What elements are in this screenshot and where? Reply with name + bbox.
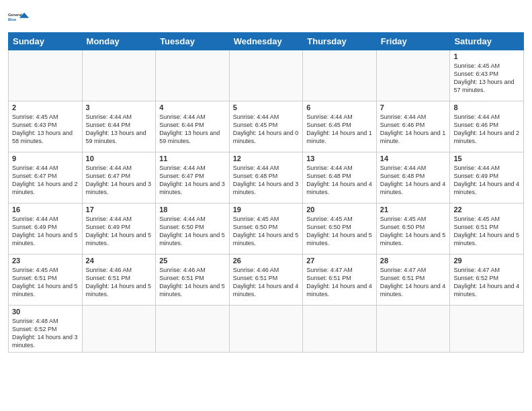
- cell-info: Sunrise: 4:44 AM Sunset: 6:44 PM Dayligh…: [159, 113, 226, 146]
- date-number: 20: [306, 205, 373, 214]
- calendar-cell: 3Sunrise: 4:44 AM Sunset: 6:44 PM Daylig…: [82, 101, 156, 152]
- cell-info: Sunrise: 4:44 AM Sunset: 6:47 PM Dayligh…: [12, 164, 79, 197]
- calendar-cell: 18Sunrise: 4:44 AM Sunset: 6:50 PM Dayli…: [156, 203, 230, 255]
- calendar-cell: 6Sunrise: 4:44 AM Sunset: 6:45 PM Daylig…: [303, 101, 377, 152]
- date-number: 5: [233, 103, 300, 111]
- cell-info: Sunrise: 4:45 AM Sunset: 6:43 PM Dayligh…: [453, 62, 520, 95]
- logo-icon: GeneralBlue: [8, 7, 30, 28]
- calendar-cell: 9Sunrise: 4:44 AM Sunset: 6:47 PM Daylig…: [9, 152, 83, 203]
- svg-text:General: General: [8, 13, 22, 17]
- header-row: SundayMondayTuesdayWednesdayThursdayFrid…: [9, 33, 524, 50]
- calendar-cell: 24Sunrise: 4:46 AM Sunset: 6:51 PM Dayli…: [82, 255, 156, 306]
- date-number: 14: [380, 154, 447, 163]
- calendar-cell: 19Sunrise: 4:45 AM Sunset: 6:50 PM Dayli…: [229, 203, 303, 255]
- date-number: 7: [380, 103, 447, 111]
- cell-info: Sunrise: 4:45 AM Sunset: 6:50 PM Dayligh…: [380, 215, 447, 248]
- svg-text:Blue: Blue: [8, 17, 16, 21]
- cell-info: Sunrise: 4:44 AM Sunset: 6:44 PM Dayligh…: [86, 113, 152, 146]
- date-number: 24: [86, 257, 152, 265]
- logo: GeneralBlue: [8, 7, 30, 28]
- calendar-cell: 15Sunrise: 4:44 AM Sunset: 6:49 PM Dayli…: [450, 152, 524, 203]
- date-number: 13: [306, 154, 373, 163]
- calendar-cell: 22Sunrise: 4:45 AM Sunset: 6:51 PM Dayli…: [450, 203, 524, 255]
- cell-info: Sunrise: 4:44 AM Sunset: 6:48 PM Dayligh…: [380, 164, 447, 197]
- date-number: 29: [453, 257, 520, 265]
- cell-info: Sunrise: 4:45 AM Sunset: 6:43 PM Dayligh…: [12, 113, 79, 146]
- calendar-cell: 28Sunrise: 4:47 AM Sunset: 6:51 PM Dayli…: [376, 255, 450, 306]
- cell-info: Sunrise: 4:44 AM Sunset: 6:49 PM Dayligh…: [86, 215, 152, 248]
- day-header-monday: Monday: [82, 33, 156, 50]
- calendar-cell: 4Sunrise: 4:44 AM Sunset: 6:44 PM Daylig…: [156, 101, 230, 152]
- calendar-cell: [450, 306, 524, 353]
- date-number: 12: [233, 154, 300, 163]
- date-number: 26: [233, 257, 300, 265]
- cell-info: Sunrise: 4:47 AM Sunset: 6:51 PM Dayligh…: [306, 266, 373, 299]
- date-number: 4: [159, 103, 226, 111]
- date-number: 21: [380, 205, 447, 214]
- day-header-thursday: Thursday: [303, 33, 377, 50]
- date-number: 3: [86, 103, 152, 111]
- cell-info: Sunrise: 4:47 AM Sunset: 6:51 PM Dayligh…: [380, 266, 447, 299]
- calendar-cell: [376, 50, 450, 101]
- calendar-cell: [9, 50, 83, 101]
- calendar-cell: 23Sunrise: 4:45 AM Sunset: 6:51 PM Dayli…: [9, 255, 83, 306]
- cell-info: Sunrise: 4:44 AM Sunset: 6:49 PM Dayligh…: [453, 164, 520, 197]
- date-number: 28: [380, 257, 447, 265]
- calendar-cell: [303, 306, 377, 353]
- date-number: 30: [12, 308, 79, 316]
- calendar-cell: 27Sunrise: 4:47 AM Sunset: 6:51 PM Dayli…: [303, 255, 377, 306]
- cell-info: Sunrise: 4:44 AM Sunset: 6:45 PM Dayligh…: [233, 113, 300, 146]
- date-number: 2: [12, 103, 79, 111]
- calendar-cell: 7Sunrise: 4:44 AM Sunset: 6:46 PM Daylig…: [376, 101, 450, 152]
- date-number: 15: [453, 154, 520, 163]
- calendar-cell: 21Sunrise: 4:45 AM Sunset: 6:50 PM Dayli…: [376, 203, 450, 255]
- date-number: 11: [159, 154, 226, 163]
- calendar-cell: 25Sunrise: 4:46 AM Sunset: 6:51 PM Dayli…: [156, 255, 230, 306]
- date-number: 17: [86, 205, 152, 214]
- calendar-cell: [229, 306, 303, 353]
- calendar-cell: 17Sunrise: 4:44 AM Sunset: 6:49 PM Dayli…: [82, 203, 156, 255]
- day-header-friday: Friday: [376, 33, 450, 50]
- date-number: 6: [306, 103, 373, 111]
- calendar-cell: 11Sunrise: 4:44 AM Sunset: 6:47 PM Dayli…: [156, 152, 230, 203]
- cell-info: Sunrise: 4:44 AM Sunset: 6:47 PM Dayligh…: [159, 164, 226, 197]
- calendar-cell: [156, 50, 230, 101]
- day-header-tuesday: Tuesday: [156, 33, 230, 50]
- cell-info: Sunrise: 4:45 AM Sunset: 6:50 PM Dayligh…: [233, 215, 300, 248]
- calendar-cell: [82, 50, 156, 101]
- date-number: 19: [233, 205, 300, 214]
- cell-info: Sunrise: 4:44 AM Sunset: 6:45 PM Dayligh…: [306, 113, 373, 146]
- cell-info: Sunrise: 4:48 AM Sunset: 6:52 PM Dayligh…: [12, 317, 79, 350]
- cell-info: Sunrise: 4:44 AM Sunset: 6:46 PM Dayligh…: [453, 113, 520, 146]
- calendar-cell: 1Sunrise: 4:45 AM Sunset: 6:43 PM Daylig…: [450, 50, 524, 101]
- calendar-cell: 5Sunrise: 4:44 AM Sunset: 6:45 PM Daylig…: [229, 101, 303, 152]
- calendar-cell: 14Sunrise: 4:44 AM Sunset: 6:48 PM Dayli…: [376, 152, 450, 203]
- cell-info: Sunrise: 4:44 AM Sunset: 6:47 PM Dayligh…: [86, 164, 152, 197]
- date-number: 25: [159, 257, 226, 265]
- cell-info: Sunrise: 4:44 AM Sunset: 6:48 PM Dayligh…: [306, 164, 373, 197]
- calendar-cell: [82, 306, 156, 353]
- date-number: 27: [306, 257, 373, 265]
- calendar-cell: [303, 50, 377, 101]
- cell-info: Sunrise: 4:44 AM Sunset: 6:49 PM Dayligh…: [12, 215, 79, 248]
- calendar-cell: 10Sunrise: 4:44 AM Sunset: 6:47 PM Dayli…: [82, 152, 156, 203]
- calendar-cell: 13Sunrise: 4:44 AM Sunset: 6:48 PM Dayli…: [303, 152, 377, 203]
- calendar-cell: 20Sunrise: 4:45 AM Sunset: 6:50 PM Dayli…: [303, 203, 377, 255]
- date-number: 9: [12, 154, 79, 163]
- cell-info: Sunrise: 4:46 AM Sunset: 6:51 PM Dayligh…: [159, 266, 226, 299]
- day-header-saturday: Saturday: [450, 33, 524, 50]
- calendar-cell: 30Sunrise: 4:48 AM Sunset: 6:52 PM Dayli…: [9, 306, 83, 353]
- cell-info: Sunrise: 4:44 AM Sunset: 6:48 PM Dayligh…: [233, 164, 300, 197]
- cell-info: Sunrise: 4:44 AM Sunset: 6:50 PM Dayligh…: [159, 215, 226, 248]
- date-number: 8: [453, 103, 520, 111]
- cell-info: Sunrise: 4:45 AM Sunset: 6:51 PM Dayligh…: [453, 215, 520, 248]
- cell-info: Sunrise: 4:44 AM Sunset: 6:46 PM Dayligh…: [380, 113, 447, 146]
- date-number: 1: [453, 52, 520, 60]
- cell-info: Sunrise: 4:46 AM Sunset: 6:51 PM Dayligh…: [233, 266, 300, 299]
- cell-info: Sunrise: 4:46 AM Sunset: 6:51 PM Dayligh…: [86, 266, 152, 299]
- calendar-cell: 12Sunrise: 4:44 AM Sunset: 6:48 PM Dayli…: [229, 152, 303, 203]
- calendar-cell: 8Sunrise: 4:44 AM Sunset: 6:46 PM Daylig…: [450, 101, 524, 152]
- page: GeneralBlue SundayMondayTuesdayWednesday…: [0, 0, 532, 411]
- date-number: 10: [86, 154, 152, 163]
- calendar-cell: [229, 50, 303, 101]
